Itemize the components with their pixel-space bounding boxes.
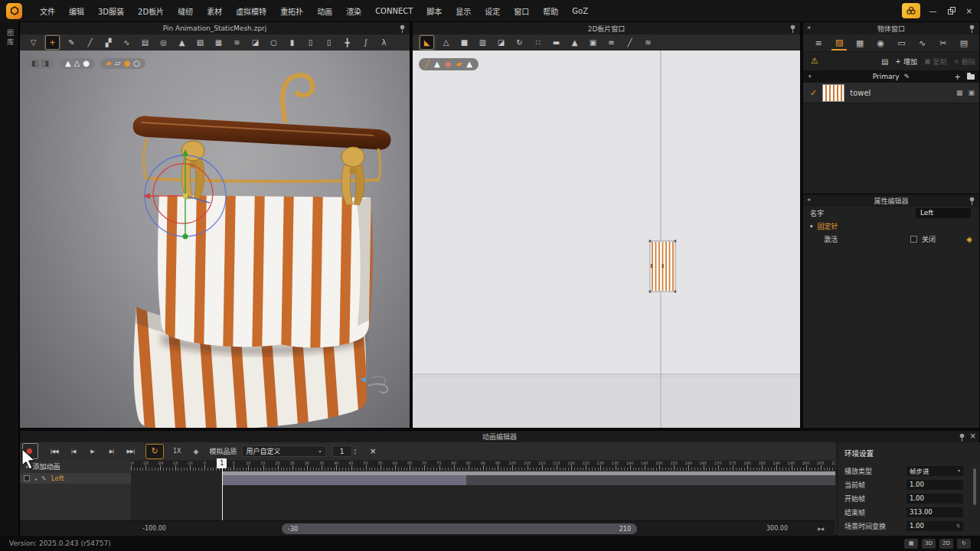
pin-garment-tool-icon[interactable]: ▣ [586,36,599,49]
menu-item[interactable]: 素材 [200,5,229,17]
menu-item[interactable]: 脚本 [420,5,449,17]
menu-item[interactable]: 重拓扑 [273,5,310,17]
line-sew-tool-icon[interactable]: ╱ [623,36,636,49]
animation-group-row[interactable]: ▸ 添加动画 [20,461,131,471]
rect-pattern-tool-icon[interactable]: ■ [458,36,471,49]
menu-item[interactable]: 文件 [33,5,62,17]
fabric-group-bar[interactable]: ▾ Primary ✎ + [803,70,979,83]
record-button[interactable] [22,443,38,459]
menu-item[interactable]: GoZ [565,7,595,15]
tab-button-icon[interactable]: ◉ [873,35,888,51]
pleat-tool-icon[interactable]: ≡ [605,36,618,49]
range-scrollbar-thumb[interactable]: -30 210 [282,523,637,534]
next-frame-button[interactable]: ▶| [103,445,120,458]
multiplier-stepper[interactable]: ▴ ▾ [354,448,357,455]
show-garment-icon[interactable]: ▲ [65,60,71,67]
close-panel-icon[interactable]: × [970,432,976,440]
menu-item[interactable]: 显示 [449,5,478,17]
iron-tool-icon[interactable]: ▬ [550,36,563,49]
restore-button[interactable] [948,7,956,15]
play-button[interactable]: ▶ [83,445,101,458]
show-avatar-icon[interactable]: ● [83,60,90,67]
pen-3d-tool-icon[interactable]: ✎ [65,36,78,49]
prev-frame-button[interactable]: |◀ [64,445,82,458]
menu-item[interactable]: 2D板片 [131,5,171,17]
speed-button[interactable]: 1X [173,448,181,455]
edit-pen-tool-icon[interactable]: ╱ [83,36,96,49]
ring-view-icon[interactable]: ○ [133,60,140,67]
layout-icon[interactable]: ▦ [904,539,918,549]
playhead-line[interactable] [222,460,223,520]
env-row-value[interactable]: 帧步进 ▾ [906,466,963,476]
fabric-detail-icon[interactable]: ▦ [956,89,963,96]
track-row-left[interactable]: ▸ ✎ Left [20,473,131,484]
garment-tool-icon[interactable]: ▲ [175,36,188,49]
pen-quick-icon[interactable]: ╱ [425,60,430,68]
tab-print-icon[interactable]: ▤ [956,35,972,51]
menu-item[interactable]: 设定 [478,5,507,17]
walk-tool-icon[interactable]: λ [377,36,390,49]
rotate-tool-icon[interactable]: ↻ [513,36,526,49]
panel-b-tool-icon[interactable]: ▯ [322,36,335,49]
tab-trim-icon[interactable]: ✂ [936,35,951,51]
collapse-left-icon[interactable]: ◂ [807,24,810,31]
keyframe-diamond-icon[interactable]: ◈ [966,235,972,243]
menu-item[interactable]: 动画 [310,5,339,17]
env-row-value[interactable]: 1.00 [906,494,963,504]
fabric-quick-icon[interactable]: ▰ [456,60,462,68]
pattern-piece[interactable] [649,240,677,293]
fabric-clone-icon[interactable]: ▣ [968,89,975,96]
arrange-garment-tool-icon[interactable]: ▲ [568,36,581,49]
menu-item[interactable]: 窗口 [507,5,536,17]
elastic-tool-icon[interactable]: ≋ [642,36,655,49]
env-row-value[interactable]: 313.00 [906,507,963,517]
select-move-tool-icon[interactable]: + [45,35,60,50]
collapse-left-icon[interactable]: ◂ [807,196,810,203]
edit-pattern-tool-icon[interactable]: △ [439,36,452,49]
tab-fabric-icon[interactable]: ▨ [831,35,847,51]
pin-icon[interactable] [969,24,975,34]
info-quick-icon[interactable]: ◉ [445,60,452,68]
tab-scene-icon[interactable]: ≡ [811,35,826,51]
env-row-value[interactable]: 1.00 ⇅ [906,521,963,531]
mode-2d-icon[interactable]: 2D [939,539,953,549]
fabric-thumbnail[interactable] [822,84,844,102]
fold-arrange-tool-icon[interactable]: ▧ [194,36,207,49]
flatten-tool-icon[interactable]: ◪ [249,36,262,49]
steam-tool-icon[interactable]: ◎ [157,36,170,49]
menu-item[interactable]: CONNECT [368,7,420,15]
fabric-stack-icon[interactable]: ▤ [881,57,888,66]
fit-range-icon[interactable]: ▶◀ [818,526,823,531]
activate-checkbox[interactable] [910,236,917,243]
sync-icon[interactable]: ↻ [957,539,971,549]
simulate-tool-icon[interactable]: ▽ [27,36,40,49]
edit-icon[interactable]: ✎ [904,73,910,80]
timeline-ruler[interactable]: -30-25-20-15-10-505101520253035404550556… [131,461,835,471]
menu-item[interactable]: 编辑 [62,5,91,17]
tab-tape-icon[interactable]: ▭ [894,35,910,51]
menu-item[interactable]: 渲染 [339,5,368,17]
close-button[interactable]: × [966,7,972,15]
pin-icon[interactable] [969,197,975,207]
folder-icon[interactable] [967,74,975,80]
notch-tool-icon[interactable]: ∷ [531,36,544,49]
menu-item[interactable]: 帮助 [536,5,565,17]
viewport-3d-canvas[interactable]: ◧◨ ▲△● ▰▱●○ [20,51,410,428]
add-group-icon[interactable]: + [955,73,961,81]
keyframe-mode-icon[interactable]: ◈ [194,448,199,455]
menu-item[interactable]: 缝纫 [171,5,200,17]
poly-pattern-tool-icon[interactable]: ▥ [476,36,489,49]
arrange-quick-icon[interactable]: ▲ [466,60,472,68]
pin-icon[interactable] [399,24,406,34]
mesh-view-icon[interactable]: ▱ [115,60,121,67]
menu-item[interactable]: 虚拟模特 [229,5,273,17]
dart-tool-icon[interactable]: ◪ [495,36,508,49]
track-visibility-checkbox[interactable] [24,475,30,481]
add-fabric-button[interactable]: + 增加 [895,57,917,67]
sewing-tool-icon[interactable]: ∿ [120,36,133,49]
playhead-flag[interactable]: 1 [217,458,227,468]
pin-section-row[interactable]: ▾ 固定针 [803,220,979,233]
tab-graphic-icon[interactable]: ▦ [852,35,867,51]
garment-quick-icon[interactable]: ▲ [434,60,440,68]
wind-tool-icon[interactable]: ≋ [230,36,243,49]
